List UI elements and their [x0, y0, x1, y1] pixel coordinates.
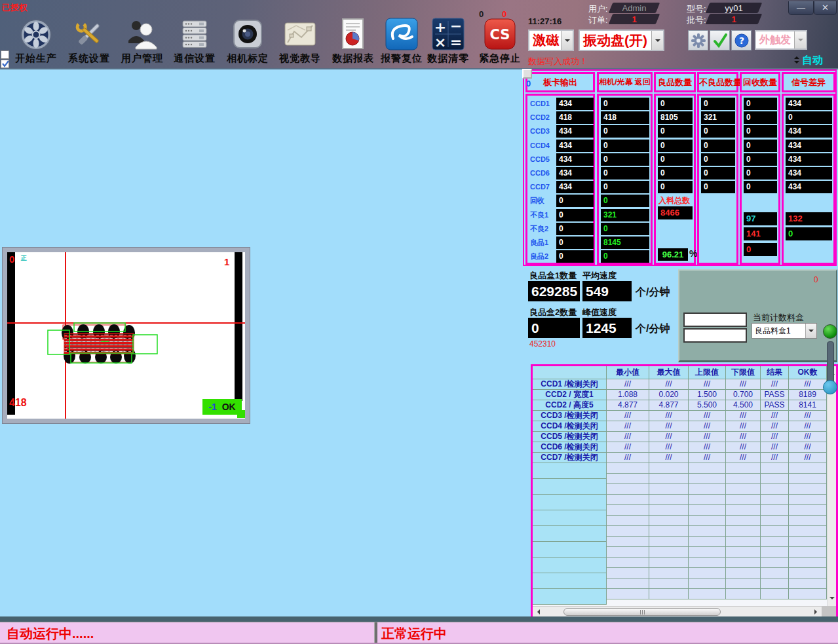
- slider-handle-stem[interactable]: [827, 341, 834, 385]
- bt-cell: ///: [649, 379, 689, 390]
- column-body-5: 0000000971410: [740, 94, 780, 265]
- value-cell: 434: [556, 98, 594, 110]
- hscroll-thumb[interactable]: [563, 608, 721, 616]
- bt-empty-cell: [789, 568, 827, 578]
- bt-empty-cell: [761, 589, 789, 599]
- close-button[interactable]: ✕: [814, 1, 837, 15]
- value-cell: 0: [601, 167, 649, 180]
- auto-spinner-up[interactable]: [794, 54, 799, 59]
- bt-cell: ///: [649, 442, 689, 453]
- bt-empty-cell: [726, 505, 761, 516]
- inlet-total-value: 8466: [658, 206, 693, 219]
- toolbar-item-4[interactable]: 通信设置: [164, 17, 225, 67]
- table-corner-checkbox[interactable]: [522, 69, 532, 79]
- toolbar-item-2[interactable]: 系统设置: [59, 17, 119, 67]
- frame-corner-indicator: [237, 410, 245, 418]
- toolbar-checkbox-bottom[interactable]: [1, 60, 9, 68]
- bt-empty-label: [533, 542, 607, 558]
- value-cell: 0: [556, 223, 594, 235]
- row-label: CCD3: [530, 125, 550, 138]
- result-value: -1: [208, 402, 216, 412]
- value-cell: 0: [701, 125, 735, 138]
- bt-empty-label: [533, 526, 607, 542]
- scroll-down-arrow[interactable]: [829, 597, 835, 602]
- bt-cell: 0.700: [726, 390, 761, 400]
- vibration-combobox[interactable]: 振动盘(开): [579, 29, 664, 51]
- stop-counter-right: 0: [502, 9, 506, 19]
- bt-cell: ///: [726, 442, 761, 453]
- bt-cell: ///: [789, 411, 827, 421]
- toolbar-item-6[interactable]: 视觉教导: [270, 17, 330, 67]
- minimize-button[interactable]: —: [788, 1, 814, 15]
- bt-empty-cell: [689, 558, 726, 568]
- bt-empty-cell: [649, 474, 689, 484]
- column-header-6: 信号差异: [782, 72, 835, 92]
- order-label: 订单:: [588, 14, 608, 26]
- bt-empty-cell: [649, 568, 689, 578]
- bt-cell: ///: [649, 411, 689, 421]
- bt-empty-cell: [726, 568, 761, 578]
- bt-cell: ///: [649, 421, 689, 432]
- value-cell: 0: [601, 223, 649, 235]
- value-cell: 321: [701, 111, 735, 124]
- settings-gear-button[interactable]: [688, 30, 708, 50]
- bt-cell: ///: [689, 379, 726, 390]
- status-bar: 自动运行中...... 正常运行中: [0, 622, 838, 644]
- tray-select-label: 当前计数料盒: [753, 312, 804, 324]
- stop-icon: CS: [483, 17, 517, 51]
- help-button[interactable]: ?: [731, 30, 752, 50]
- toolbar-checkbox-top[interactable]: [1, 50, 9, 59]
- value-cell: 0: [744, 98, 777, 110]
- value-cell: 434: [556, 140, 594, 152]
- row-label: 良品2: [530, 250, 548, 263]
- value-cell: 0: [744, 181, 777, 193]
- bt-empty-cell: [789, 578, 827, 589]
- bt-empty-cell: [789, 589, 827, 599]
- question-icon: ?: [734, 33, 750, 48]
- tray-select[interactable]: 良品料盒1: [752, 323, 817, 339]
- status-led: [823, 324, 837, 339]
- bt-hscrollbar[interactable]: [533, 606, 822, 617]
- bt-cell: 8141: [789, 400, 827, 411]
- table-corner-counter: 0: [526, 79, 531, 88]
- vibration-dropdown-arrow[interactable]: [651, 31, 663, 50]
- bt-empty-cell: [761, 578, 789, 589]
- bt-empty-cell: [607, 547, 649, 558]
- row-label: CCD1: [530, 98, 550, 110]
- toolbar-item-1[interactable]: 开始生产: [6, 17, 66, 67]
- value-cell: 0: [744, 125, 777, 138]
- row-label: CCD5: [530, 153, 550, 166]
- value-cell: 8145: [601, 237, 649, 249]
- tray-input-1[interactable]: [683, 313, 747, 327]
- bt-cell: ///: [726, 432, 761, 442]
- toolbar-item-3[interactable]: 用户管理: [112, 17, 172, 67]
- camera-viewport: 0 正 1 418 -1 OK: [3, 248, 250, 423]
- bt-empty-cell: [761, 537, 789, 547]
- bt-row-label: CCD2 / 高度5: [533, 400, 607, 411]
- bt-row-label: CCD5 /检测关闭: [533, 432, 607, 442]
- camera-mask-left: [7, 252, 15, 415]
- scroll-right-arrow[interactable]: [814, 609, 820, 615]
- auto-spinner-down[interactable]: [794, 61, 799, 66]
- bt-cell: 1.088: [607, 390, 649, 400]
- trigger-dropdown-arrow: [794, 31, 806, 48]
- toolbar: 已授权 开始生产系统设置用户管理通信设置相机标定视觉教导数据报表报警复位+−×=…: [0, 0, 838, 69]
- toolbar-item-5[interactable]: 相机标定: [218, 17, 278, 67]
- value-cell: 0: [601, 250, 649, 263]
- tray-dropdown-arrow[interactable]: [805, 324, 816, 338]
- slider-handle-ball[interactable]: [823, 380, 837, 394]
- tray-input-2[interactable]: [683, 328, 747, 343]
- confirm-check-button[interactable]: [710, 30, 730, 50]
- value-cell: 0: [658, 140, 693, 152]
- scroll-left-arrow[interactable]: [535, 609, 540, 615]
- bt-empty-cell: [689, 526, 726, 537]
- bt-vscrollbar[interactable]: [828, 366, 836, 606]
- value-cell: 0: [701, 140, 735, 152]
- excite-dropdown-arrow[interactable]: [561, 31, 573, 50]
- value-cell: 0: [701, 181, 735, 193]
- trigger-combobox[interactable]: 外触发: [755, 30, 807, 50]
- column-body-2: 0418000000321081450: [597, 94, 653, 265]
- box2-count-value: 0: [528, 318, 580, 338]
- toolbar-item-10[interactable]: CS紧急停止: [470, 17, 530, 67]
- excite-combobox[interactable]: 激磁: [528, 29, 574, 51]
